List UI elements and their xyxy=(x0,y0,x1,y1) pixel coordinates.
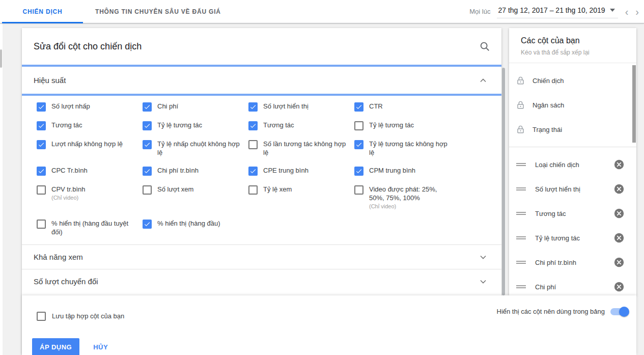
draggable-column-item[interactable]: Chi phí tr.bình xyxy=(509,250,636,275)
remove-column-button[interactable] xyxy=(613,159,625,170)
page-scrollbar-thumb[interactable] xyxy=(0,49,2,68)
section-header-performance[interactable]: Hiệu suất xyxy=(22,65,501,96)
dialog-footer: Lưu tập hợp cột của bạn Hiển thị các cột… xyxy=(22,295,636,355)
checkbox-checked[interactable] xyxy=(248,167,258,176)
remove-column-button[interactable] xyxy=(613,281,625,292)
column-label: Trạng thái xyxy=(533,126,562,133)
lock-icon xyxy=(516,100,525,110)
remove-column-button[interactable] xyxy=(613,183,625,195)
checkbox-checked[interactable] xyxy=(354,140,363,149)
column-label: Chiến dịch xyxy=(533,77,564,85)
checkbox-checked[interactable] xyxy=(37,140,46,149)
chevron-down-icon xyxy=(480,255,486,259)
checkbox-checked[interactable] xyxy=(37,102,46,112)
metric-option: Tỷ lệ tương tác xyxy=(354,121,460,130)
tab-auction-insights[interactable]: THÔNG TIN CHUYÊN SÂU VỀ ĐẤU GIÁ xyxy=(83,0,233,23)
checkbox-checked[interactable] xyxy=(354,102,363,112)
metric-option: Tỷ lệ xem xyxy=(248,185,354,195)
metric-label: Tỷ lệ tương tác không hợp lệ xyxy=(369,140,452,157)
drag-handle[interactable] xyxy=(516,211,526,216)
checkbox-unchecked[interactable] xyxy=(248,140,258,149)
checkbox-unchecked[interactable] xyxy=(354,121,363,130)
tab-campaigns-label: CHIẾN DỊCH xyxy=(22,8,62,15)
apply-button[interactable]: ÁP DỤNG xyxy=(32,338,79,355)
save-column-set-row: Lưu tập hợp cột của bạn xyxy=(37,311,124,321)
locked-column-item: Chiến dịch xyxy=(509,68,636,93)
drag-handle-icon xyxy=(516,211,526,216)
dialog-header: Sửa đổi cột cho chiến dịch xyxy=(22,28,501,65)
metric-label: Tỷ lệ xem xyxy=(263,185,292,194)
checkbox-unchecked[interactable] xyxy=(37,220,46,229)
remove-column-button[interactable] xyxy=(613,208,625,219)
checkbox-checked[interactable] xyxy=(248,102,258,112)
drag-handle[interactable] xyxy=(516,284,526,289)
checkbox-checked[interactable] xyxy=(354,167,363,176)
locked-columns-list: Chiến dịchNgân sáchTrạng thái xyxy=(509,63,636,147)
cancel-button[interactable]: HỦY xyxy=(93,343,108,351)
metric-option: Tương tác xyxy=(248,121,354,130)
checkbox-checked[interactable] xyxy=(37,121,46,130)
lock-icon xyxy=(516,125,525,134)
checkbox-unchecked[interactable] xyxy=(143,185,152,195)
drag-handle[interactable] xyxy=(516,235,526,240)
chevron-right-icon[interactable]: › xyxy=(635,7,639,17)
section-header-conversions[interactable]: Số lượt chuyển đổi xyxy=(22,269,501,293)
draggable-column-item[interactable]: Số lượt hiển thị xyxy=(509,177,636,201)
sidebar-scrollbar-thumb[interactable] xyxy=(632,65,636,143)
search-icon[interactable] xyxy=(477,39,492,54)
section-label: Khả năng xem xyxy=(34,253,83,261)
checkbox-checked[interactable] xyxy=(143,140,152,149)
caret-down-icon xyxy=(610,9,615,12)
draggable-column-item[interactable]: Tương tác xyxy=(509,201,636,226)
metric-label: Lượt nhấp không hợp lệ xyxy=(51,140,123,148)
panel-header: Các cột của bạn Kéo và thả để sắp xếp lạ… xyxy=(509,28,636,63)
remove-column-button[interactable] xyxy=(613,232,625,243)
checkbox-checked[interactable] xyxy=(143,102,152,112)
checkbox-checked[interactable] xyxy=(248,121,258,130)
metric-option: CTR xyxy=(354,102,460,112)
close-icon xyxy=(613,281,625,292)
save-column-set-checkbox[interactable] xyxy=(37,312,46,321)
drag-handle[interactable] xyxy=(516,186,526,192)
dialog-scrollbar[interactable] xyxy=(502,68,505,295)
metric-label: Số lượt hiển thị xyxy=(263,102,309,111)
recommended-columns-toggle[interactable] xyxy=(610,308,628,315)
metric-option: Số lần tương tác không hợp lệ xyxy=(248,140,354,157)
dialog-title: Sửa đổi cột cho chiến dịch xyxy=(34,41,142,52)
metric-label: CTR xyxy=(369,102,383,111)
chevron-left-icon[interactable]: ‹ xyxy=(625,7,629,17)
metric-option: Tỷ lệ nhấp chuột không hợp lệ xyxy=(143,140,248,157)
metric-option: Tương tác xyxy=(37,121,143,130)
drag-handle[interactable] xyxy=(516,162,526,167)
date-range-value[interactable]: 27 thg 12, 2017 – 21 thg 10, 2019 xyxy=(497,5,618,18)
metric-label: Tỷ lệ tương tác xyxy=(369,121,414,129)
lock-icon xyxy=(516,76,525,86)
checkbox-unchecked[interactable] xyxy=(37,185,46,195)
checkbox-unchecked[interactable] xyxy=(248,185,258,195)
column-label: Tỷ lệ tương tác xyxy=(535,234,580,242)
metric-label: Số lần tương tác không hợp lệ xyxy=(263,140,346,157)
drag-handle[interactable] xyxy=(516,260,526,265)
metric-option: Số lượt nhấp xyxy=(37,102,143,112)
column-label: Ngân sách xyxy=(533,101,564,109)
checkbox-checked[interactable] xyxy=(143,121,152,130)
checkbox-unchecked[interactable] xyxy=(354,185,363,195)
checkbox-checked[interactable] xyxy=(143,220,152,229)
draggable-column-item[interactable]: Chi phí xyxy=(509,275,636,295)
toggle-knob xyxy=(619,307,629,317)
checkbox-checked[interactable] xyxy=(37,167,46,176)
metrics-checkbox-grid: Số lượt nhấpChi phíSố lượt hiển thịCTRTư… xyxy=(22,96,501,244)
tab-campaigns[interactable]: CHIẾN DỊCH xyxy=(2,0,83,23)
metric-label: CPM trung bình xyxy=(369,166,415,175)
draggable-column-item[interactable]: Loại chiến dịch xyxy=(509,152,636,177)
metric-option: CPM trung bình xyxy=(354,166,460,176)
metric-option: % hiển thị (hàng đầu) xyxy=(143,219,248,229)
metric-option: CPE trung bình xyxy=(248,166,354,176)
app-root: CHIẾN DỊCH THÔNG TIN CHUYÊN SÂU VỀ ĐẤU G… xyxy=(0,0,644,355)
recommended-columns-row: Hiển thị các cột nên dùng trong bảng xyxy=(497,308,628,315)
section-header-viewability[interactable]: Khả năng xem xyxy=(22,244,501,269)
metric-label: CPE trung bình xyxy=(263,166,309,175)
checkbox-checked[interactable] xyxy=(143,167,152,176)
remove-column-button[interactable] xyxy=(613,257,625,268)
draggable-column-item[interactable]: Tỷ lệ tương tác xyxy=(509,226,636,250)
